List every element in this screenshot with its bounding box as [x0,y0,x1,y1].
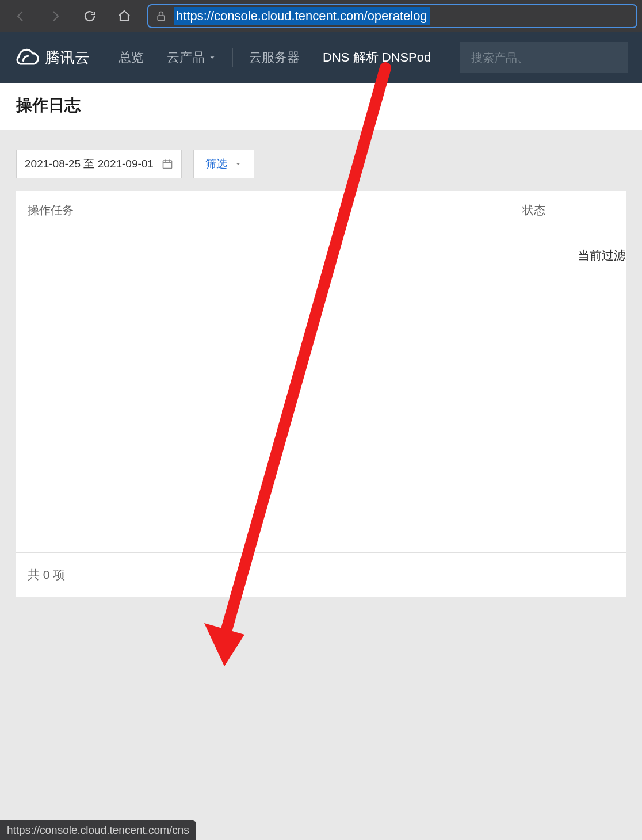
hover-url: https://console.cloud.tencent.com/cns [7,824,189,836]
page-title: 操作日志 [16,94,626,116]
url-text: https://console.cloud.tencent.com/operat… [174,7,430,25]
column-task: 操作任务 [28,203,522,218]
log-table: 操作任务 状态 当前过滤 共 0 项 [16,191,626,597]
brand-name: 腾讯云 [45,48,90,68]
back-button[interactable] [5,3,37,29]
reload-button[interactable] [74,3,106,29]
content-area: 2021-08-25 至 2021-09-01 筛选 操作任务 状态 当前过滤 … [0,130,642,597]
lock-icon [155,10,167,22]
brand-logo[interactable]: 腾讯云 [14,45,90,70]
filter-button[interactable]: 筛选 [193,150,254,178]
top-nav: 腾讯云 总览 云产品 云服务器 DNS 解析 DNSPod [0,32,642,83]
svg-marker-3 [204,623,244,666]
chevron-down-icon [234,160,242,168]
search-input[interactable] [471,51,617,64]
chevron-down-icon [208,54,216,62]
nav-search[interactable] [460,42,628,73]
table-body: 当前过滤 [16,230,626,552]
column-status: 状态 [522,203,614,218]
total-count: 共 0 项 [28,568,65,581]
nav-cloud-products[interactable]: 云产品 [155,32,228,83]
table-header: 操作任务 状态 [16,191,626,230]
calendar-icon [162,158,173,170]
nav-cvm[interactable]: 云服务器 [238,32,311,83]
date-range-picker[interactable]: 2021-08-25 至 2021-09-01 [16,150,182,178]
empty-state-text: 当前过滤 [578,247,626,264]
svg-rect-0 [158,16,165,20]
cloud-logo-icon [14,45,39,70]
filter-label: 筛选 [205,156,227,171]
svg-rect-1 [163,161,171,168]
home-button[interactable] [108,3,140,29]
nav-overview[interactable]: 总览 [107,32,155,83]
date-range-text: 2021-08-25 至 2021-09-01 [25,156,154,171]
table-footer: 共 0 项 [16,552,626,597]
url-bar[interactable]: https://console.cloud.tencent.com/operat… [147,4,637,28]
page-header: 操作日志 [0,83,642,130]
browser-status-bar: https://console.cloud.tencent.com/cns [0,820,196,840]
nav-dnspod[interactable]: DNS 解析 DNSPod [311,32,442,83]
forward-button[interactable] [39,3,71,29]
toolbar: 2021-08-25 至 2021-09-01 筛选 [16,150,626,178]
nav-divider [232,48,233,67]
browser-chrome: https://console.cloud.tencent.com/operat… [0,0,642,32]
